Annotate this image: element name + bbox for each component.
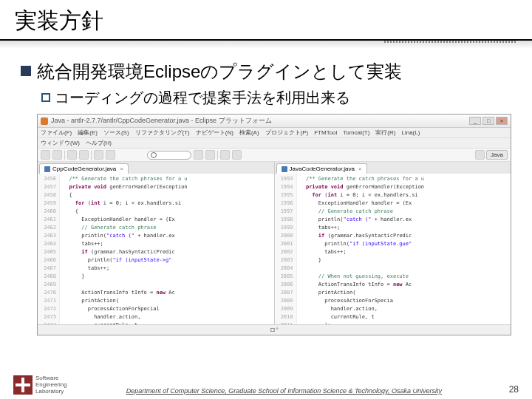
editor-left: CppCodeGenerator.java × 2456 2457 2458 2… — [38, 162, 275, 333]
menu-item[interactable]: プロジェクト(P) — [265, 129, 309, 137]
bullet-level1: 統合開発環境Eclipseのプラグインとして実装 — [21, 60, 511, 83]
nav-fwd-icon[interactable] — [232, 150, 242, 160]
nav-back-icon[interactable] — [220, 150, 230, 160]
window-titlebar: Java - antlr-2.7.7/antlr/CppCodeGenerato… — [38, 115, 511, 128]
menu-item[interactable]: ナビゲート(N) — [196, 129, 233, 137]
code-viewport-right[interactable]: 1993 1994 1995 1996 1997 1998 1999 2000 … — [275, 174, 511, 333]
menu-item[interactable]: 検索(A) — [239, 129, 259, 137]
slide-title: 実装方針 — [15, 6, 517, 36]
bullet-level2: コーディングの過程で提案手法を利用出来る — [41, 88, 511, 108]
tool-icon[interactable] — [205, 150, 215, 160]
line-gutter: 2456 2457 2458 2459 2460 2461 2462 2463 … — [38, 174, 60, 333]
page-number: 28 — [501, 384, 519, 395]
run-icon[interactable] — [79, 150, 89, 160]
minimize-button[interactable]: _ — [469, 117, 481, 125]
lab-logo: SoftwareEngineeringLaboratory — [13, 375, 67, 395]
java-file-icon — [44, 166, 50, 172]
logo-icon — [13, 375, 33, 395]
title-divider — [0, 41, 532, 51]
maximize-button[interactable]: □ — [482, 117, 494, 125]
tool-icon[interactable] — [194, 150, 203, 160]
bullet2-text: コーディングの過程で提案手法を利用出来る — [55, 88, 350, 108]
java-perspective-button[interactable]: Java — [486, 150, 508, 160]
eclipse-app-icon — [41, 117, 48, 125]
save-icon[interactable] — [52, 150, 62, 160]
java-file-icon — [282, 166, 287, 172]
menu-item[interactable]: 実行(R) — [375, 129, 395, 137]
menu-item[interactable]: ウィンドウ(W) — [41, 139, 80, 147]
close-tab-icon[interactable]: × — [358, 166, 362, 172]
menu-item[interactable]: ファイル(F) — [41, 129, 72, 137]
code-content: /** Generate the catch phrases for a u p… — [297, 174, 511, 333]
logo-text: SoftwareEngineeringLaboratory — [35, 375, 67, 395]
close-button[interactable]: × — [496, 117, 508, 125]
search-field[interactable] — [147, 151, 191, 160]
statusbar: ロ° — [38, 324, 511, 335]
editor-tab[interactable]: CppCodeGenerator.java × — [39, 163, 129, 174]
tool-icon[interactable] — [106, 150, 115, 160]
toolbar: Java — [38, 149, 511, 162]
bullet1-text: 統合開発環境Eclipseのプラグインとして実装 — [37, 60, 402, 83]
menu-item[interactable]: Lina(L) — [401, 129, 420, 136]
status-text: ロ° — [270, 326, 278, 334]
tab-label: CppCodeGenerator.java — [52, 166, 116, 172]
close-tab-icon[interactable]: × — [120, 166, 123, 172]
menu-item[interactable]: Tomcat(T) — [343, 129, 369, 136]
line-gutter: 1993 1994 1995 1996 1997 1998 1999 2000 … — [275, 174, 297, 333]
tool-icon[interactable] — [94, 150, 103, 160]
menubar: ファイル(F)編集(E)ソース(S)リファクタリング(T)ナビゲート(N)検索(… — [38, 128, 511, 138]
menu-item[interactable]: FTMTool — [314, 129, 337, 136]
menu-item[interactable]: 編集(E) — [78, 129, 98, 137]
menu-item[interactable]: ヘルプ(H) — [86, 139, 112, 147]
debug-icon[interactable] — [67, 150, 77, 160]
hollow-square-bullet-icon — [41, 93, 50, 102]
menubar-row2: ウィンドウ(W)ヘルプ(H) — [38, 138, 511, 149]
perspective-icon[interactable] — [475, 150, 485, 160]
department-footer: Department of Computer Science, Graduate… — [67, 387, 501, 395]
editor-tab[interactable]: JavaCodeGenerator.java × — [276, 163, 367, 174]
menu-item[interactable]: リファクタリング(T) — [135, 129, 190, 137]
code-content: /** Generate the catch phrases for a u p… — [60, 174, 274, 333]
window-title-text: Java - antlr-2.7.7/antlr/CppCodeGenerato… — [51, 116, 272, 126]
code-viewport-left[interactable]: 2456 2457 2458 2459 2460 2461 2462 2463 … — [38, 174, 274, 333]
tab-label: JavaCodeGenerator.java — [290, 166, 355, 172]
editor-right: JavaCodeGenerator.java × 1993 1994 1995 … — [275, 162, 511, 333]
square-bullet-icon — [21, 66, 31, 76]
eclipse-screenshot: Java - antlr-2.7.7/antlr/CppCodeGenerato… — [37, 114, 511, 335]
menu-item[interactable]: ソース(S) — [103, 129, 129, 137]
new-icon[interactable] — [41, 150, 50, 160]
